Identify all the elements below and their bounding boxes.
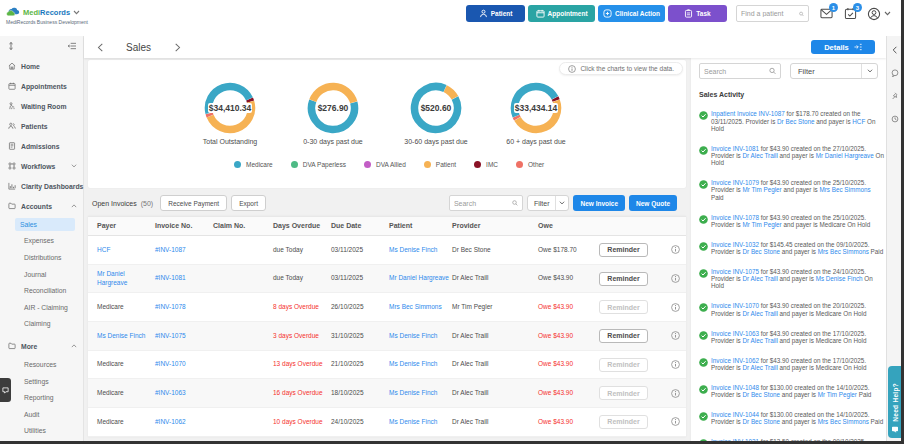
donut-value: $33,434.14 [484,103,588,113]
column-header-claim-no-: Claim No. [213,221,273,230]
patient-cell[interactable]: Ms Denise Finch [389,360,452,368]
find-patient-input[interactable] [741,10,799,17]
filter-chevron-icon[interactable] [861,64,877,78]
sidebar-subitem-utilities[interactable]: Utilities [0,423,83,440]
collapse-panel-button[interactable] [887,42,902,58]
patient-cell[interactable]: Ms Denise Finch [389,389,452,397]
back-button[interactable] [88,36,112,58]
invoice-no-cell[interactable]: #INV-1062 [155,418,213,426]
donut-chart-3[interactable]: $520.6030-60 days past due [384,82,488,145]
invoice-search[interactable] [449,195,523,211]
sidebar-subitem-settings[interactable]: Settings [0,373,83,390]
details-button[interactable]: Details [811,40,875,54]
sidebar-subitem-expenses[interactable]: Expenses [0,233,83,250]
sidebar-item-home[interactable]: Home [0,56,83,76]
reminder-button[interactable]: Reminder [599,243,648,257]
reminder-button[interactable]: Reminder [599,329,648,343]
row-info-icon[interactable] [671,274,680,283]
activity-item: Invoice INV-1044 for $130.00 created on … [691,405,886,432]
filter-chevron-icon[interactable] [555,196,568,210]
invoice-no-cell[interactable]: #INV-1087 [155,246,213,254]
clinical-action-button[interactable]: Clinical Action [598,5,665,22]
sidebar-item-workflows[interactable]: Workflows [0,156,83,176]
activity-search-input[interactable] [704,68,769,75]
brand-chevron-down-icon[interactable] [73,10,80,15]
reminder-button[interactable]: Reminder [599,272,648,286]
receive-payment-button[interactable]: Receive Payment [160,195,227,211]
sidebar-subitem-claiming[interactable]: Claiming [0,316,83,333]
sidebar-item-clarity-dashboards[interactable]: Clarity Dashboards [0,176,83,196]
activity-search[interactable] [699,63,781,79]
reminder-button[interactable]: Reminder [599,386,648,400]
invoice-no-cell[interactable]: #INV-1075 [155,332,213,340]
row-info-icon[interactable] [671,331,680,340]
feedback-tab[interactable] [0,378,11,402]
export-button[interactable]: Export [231,195,266,211]
sidebar-item-accounts[interactable]: Accounts [0,196,83,216]
invoice-filter[interactable]: Filter [527,195,570,211]
reminder-button[interactable]: Reminder [599,300,648,314]
sidebar-subitem-resources[interactable]: Resources [0,356,83,373]
invoice-no-cell[interactable]: #INV-1063 [155,389,213,397]
row-info-icon[interactable] [671,303,680,312]
payer-cell[interactable]: Ms Denise Finch [97,332,155,340]
patient-cell[interactable]: Ms Denise Finch [389,246,452,254]
messages-button[interactable]: 1 [820,7,833,20]
find-patient-search[interactable] [736,5,809,22]
payer-cell[interactable]: HCF [97,246,155,254]
patient-cell[interactable]: Mrs Bec Simmons [389,303,452,311]
history-button[interactable] [887,111,902,127]
invoice-no-cell[interactable]: #INV-1070 [155,360,213,368]
sidebar-subitem-reporting[interactable]: Reporting [0,389,83,406]
appointment-button[interactable]: Appointment [528,5,595,22]
brand[interactable]: MediRecords MediRecords Business Develop… [6,7,88,25]
patient-button[interactable]: Patient [466,5,525,22]
user-menu[interactable] [867,7,891,21]
row-info-icon[interactable] [671,360,680,369]
sidebar-subitem-audit[interactable]: Audit [0,406,83,423]
comments-button[interactable] [887,65,902,81]
sidebar-subitem-distributions[interactable]: Distributions [0,249,83,266]
sidebar-item-appointments[interactable]: Appointments [0,76,83,96]
donut-chart-4[interactable]: $33,434.1460 + days past due [484,82,588,145]
patient-cell[interactable]: Ms Denise Finch [389,332,452,340]
invoice-search-input[interactable] [454,200,512,207]
legend-dot [364,161,371,168]
reminder-button[interactable]: Reminder [599,358,648,372]
sidebar-subitem-air-claiming[interactable]: AIR - Claiming [0,299,83,316]
sidebar-item-more[interactable]: More [0,336,83,356]
expand-all-icon[interactable] [7,42,15,50]
forward-button[interactable] [165,36,189,58]
success-check-icon [699,269,708,278]
reminder-button[interactable]: Reminder [599,415,648,429]
sidebar-item-patients[interactable]: Patients [0,116,83,136]
due-date-cell: 18/10/2025 [331,389,389,397]
row-info-icon[interactable] [671,245,680,254]
sidebar-item-admissions[interactable]: Admissions [0,136,83,156]
donut-chart-1[interactable]: $34,410.34Total Outstanding [178,82,282,145]
pin-button[interactable] [887,88,902,104]
collapse-sidebar-icon[interactable] [68,42,76,50]
invoice-no-cell[interactable]: #INV-1081 [155,274,213,282]
patient-cell[interactable]: Ms Denise Finch [389,418,452,426]
sidebar-subitem-reconciliation[interactable]: Reconciliation [0,282,83,299]
invoice-no-cell[interactable]: #INV-1078 [155,303,213,311]
row-info-icon[interactable] [671,389,680,398]
activity-item: Invoice INV-1075 for $43.90 created on t… [691,262,886,296]
donut-chart-2[interactable]: $276.900-30 days past due [281,82,385,145]
payer-cell[interactable]: Mr Daniel Hargreave [97,270,155,287]
sidebar-item-waiting-room[interactable]: Waiting Room [0,96,83,116]
patient-cell[interactable]: Mr Daniel Hargreave [389,274,452,282]
row-info-icon[interactable] [671,417,680,426]
need-help-tab[interactable]: Need Help? [888,366,902,438]
sales-activity-title: Sales Activity [691,79,886,104]
payer-cell: Medicare [97,418,155,426]
sidebar-subitem-journal[interactable]: Journal [0,266,83,283]
new-quote-button[interactable]: New Quote [629,195,677,211]
sidebar-subitem-sales[interactable]: Sales [15,218,75,231]
search-icon [799,10,804,18]
activity-filter[interactable]: Filter [790,63,878,79]
tasks-button[interactable]: 3 [844,7,857,20]
new-invoice-button[interactable]: New Invoice [573,195,625,211]
task-button[interactable]: Task [668,5,727,22]
